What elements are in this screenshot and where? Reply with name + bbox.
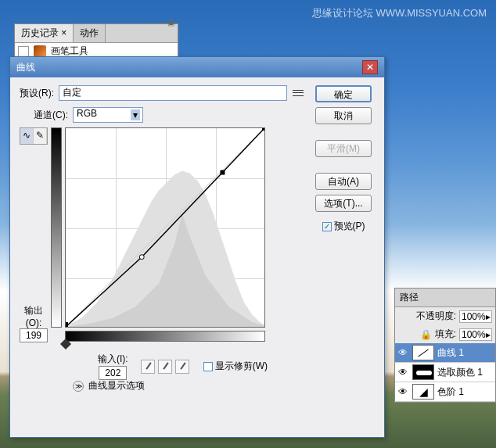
panel-minimize-icon[interactable]: — ▣ [157, 18, 174, 27]
svg-rect-3 [66, 322, 68, 327]
levels-thumb-icon [412, 384, 434, 400]
svg-rect-5 [220, 170, 225, 175]
svg-line-2 [66, 128, 264, 327]
expand-icon[interactable]: ≫ [73, 381, 84, 392]
show-clip-checkbox[interactable] [203, 362, 213, 371]
visibility-icon[interactable]: 👁 [397, 347, 409, 358]
checkbox[interactable] [18, 46, 29, 57]
options-button[interactable]: 选项(T)... [315, 195, 372, 212]
dialog-titlebar[interactable]: 曲线 ✕ [10, 57, 384, 77]
layer-label: 曲线 1 [437, 346, 464, 360]
layer-item-levels[interactable]: 👁 色阶 1 [395, 382, 495, 402]
curves-thumb-icon [412, 345, 434, 360]
eyedropper-white-icon[interactable] [175, 360, 189, 374]
preset-label: 预设(R): [20, 87, 54, 100]
history-panel: 历史记录 × 动作 — ▣ 画笔工具 [14, 23, 178, 60]
opacity-label: 不透明度: [416, 310, 456, 323]
layer-item-curves[interactable]: 👁 曲线 1 [395, 343, 495, 363]
preview-checkbox[interactable]: ✓ [322, 222, 332, 231]
close-icon[interactable]: ✕ [362, 60, 378, 74]
smooth-button: 平滑(M) [315, 140, 372, 157]
show-clip-label: 显示修剪(W) [215, 360, 268, 373]
svg-point-4 [139, 255, 144, 260]
channel-select[interactable]: RGB [73, 107, 143, 123]
curve-line [66, 128, 264, 327]
layer-label: 色阶 1 [437, 385, 464, 399]
tab-paths[interactable]: 路径 [395, 289, 495, 307]
expand-label[interactable]: 曲线显示选项 [88, 379, 145, 392]
svg-rect-6 [262, 128, 264, 131]
auto-button[interactable]: 自动(A) [315, 173, 372, 190]
ok-button[interactable]: 确定 [315, 85, 372, 102]
fill-label: 填充: [435, 328, 456, 341]
curve-pencil-tool[interactable]: ✎ [34, 128, 47, 144]
opacity-input[interactable]: 100%▸ [459, 310, 492, 323]
curve-graph[interactable] [65, 127, 265, 328]
curve-tool-group: ∿ ✎ [20, 127, 48, 145]
cancel-button[interactable]: 取消 [315, 107, 372, 124]
eyedropper-group [141, 360, 189, 374]
preview-label: 预览(P) [334, 220, 365, 233]
curve-point-tool[interactable]: ∿ [20, 128, 34, 144]
input-input[interactable] [99, 366, 127, 380]
tab-history[interactable]: 历史记录 × [15, 24, 74, 42]
layer-item-colorselect[interactable]: 👁 选取颜色 1 [395, 363, 495, 382]
channel-label: 通道(C): [34, 109, 68, 122]
colorselect-thumb-icon [412, 364, 434, 380]
layers-panel: 路径 不透明度: 100%▸ 🔒 填充: 100%▸ 👁 曲线 1 👁 选取颜色… [394, 288, 496, 403]
fill-input[interactable]: 100%▸ [459, 328, 492, 341]
preset-menu-icon[interactable] [292, 87, 304, 99]
output-gradient [51, 127, 62, 328]
output-input[interactable] [20, 328, 48, 342]
lock-icon[interactable]: 🔒 [420, 329, 432, 340]
curve-graph-area: 输入(I): 显示修剪(W) [51, 127, 270, 393]
eyedropper-black-icon[interactable] [141, 360, 155, 374]
preset-select[interactable]: 自定 [59, 85, 287, 101]
layer-label: 选取颜色 1 [437, 366, 483, 379]
output-label: 输出(O): [20, 304, 48, 328]
watermark: 思缘设计论坛 WWW.MISSYUAN.COM [312, 6, 487, 20]
input-label: 输入(I): [98, 353, 128, 366]
dialog-title-text: 曲线 [16, 61, 35, 74]
input-gradient [65, 331, 265, 342]
eyedropper-gray-icon[interactable] [158, 360, 172, 374]
curves-dialog: 曲线 ✕ 预设(R): 自定 通道(C): RGB ∿ ✎ 输 [9, 56, 385, 438]
visibility-icon[interactable]: 👁 [397, 386, 409, 397]
tab-actions[interactable]: 动作 [74, 24, 106, 42]
visibility-icon[interactable]: 👁 [397, 367, 409, 378]
